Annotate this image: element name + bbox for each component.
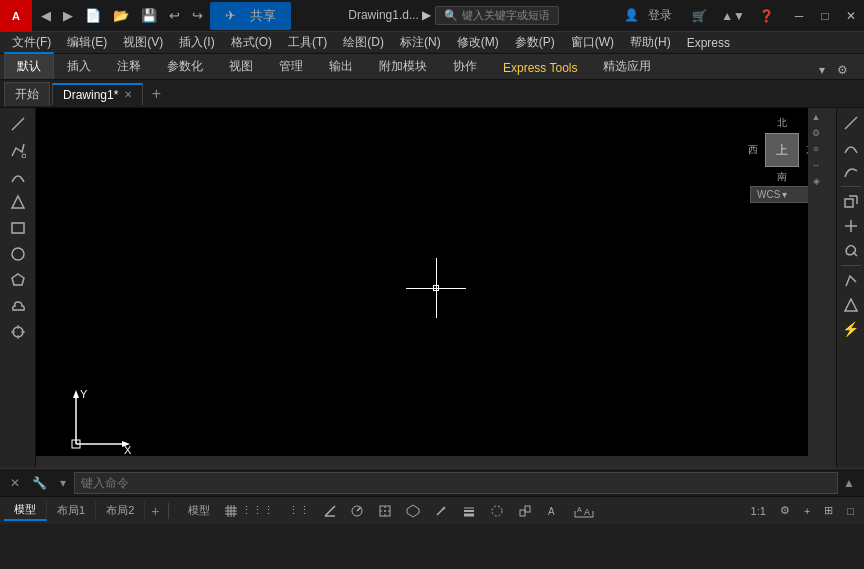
status-dynamic[interactable] <box>428 502 454 520</box>
status-settings-gear[interactable]: ⚙ <box>774 502 796 519</box>
menu-modify[interactable]: 修改(M) <box>449 32 507 53</box>
status-grid[interactable]: ⋮⋮⋮ <box>218 502 280 520</box>
horizontal-scrollbar[interactable] <box>36 456 824 468</box>
status-fullscreen[interactable]: □ <box>841 503 860 519</box>
tab-manage[interactable]: 管理 <box>266 52 316 79</box>
status-lineweight[interactable] <box>456 502 482 520</box>
menu-insert[interactable]: 插入(I) <box>171 32 222 53</box>
tab-default[interactable]: 默认 <box>4 52 54 79</box>
wcs-dropdown[interactable]: ▾ <box>782 189 787 200</box>
tab-express-tools[interactable]: Express Tools <box>490 55 590 79</box>
status-ortho[interactable] <box>318 503 342 519</box>
quick-access-back[interactable]: ◀ <box>36 6 56 25</box>
title-more[interactable]: 🛒 <box>686 7 713 25</box>
status-model[interactable]: 模型 <box>182 501 216 520</box>
tab-featured[interactable]: 精选应用 <box>590 52 664 79</box>
ribbon-settings[interactable]: ⚙ <box>833 61 852 79</box>
status-transparency[interactable] <box>484 502 510 520</box>
status-polar[interactable] <box>344 502 370 520</box>
menu-edit[interactable]: 编辑(E) <box>59 32 115 53</box>
quick-access-forward[interactable]: ▶ <box>58 6 78 25</box>
rt-tool-3[interactable] <box>839 160 863 182</box>
drawing1-tab[interactable]: Drawing1* ✕ <box>52 83 143 105</box>
menu-format[interactable]: 格式(O) <box>223 32 280 53</box>
menu-express[interactable]: Express <box>679 34 738 52</box>
rt-tool-4[interactable] <box>839 191 863 213</box>
tool-polygon[interactable] <box>3 268 33 292</box>
cmd-close-btn[interactable]: ✕ <box>4 472 26 494</box>
rt-tool-lightning[interactable]: ⚡ <box>839 318 863 340</box>
vertical-scrollbar[interactable] <box>824 108 836 468</box>
ribbon-expand[interactable]: ▾ <box>815 61 829 79</box>
add-drawing-tab[interactable]: + <box>145 83 167 105</box>
restore-button[interactable]: □ <box>812 0 838 32</box>
tab-parametric[interactable]: 参数化 <box>154 52 216 79</box>
tab-model[interactable]: 模型 <box>4 500 47 521</box>
menu-file[interactable]: 文件(F) <box>4 32 59 53</box>
panel-btn-5[interactable]: ◈ <box>809 174 823 188</box>
cmd-wrench-btn[interactable]: 🔧 <box>28 472 50 494</box>
tool-polyline[interactable] <box>3 138 33 162</box>
close-button[interactable]: ✕ <box>838 0 864 32</box>
drawing1-tab-close[interactable]: ✕ <box>124 89 132 100</box>
tool-circle[interactable] <box>3 242 33 266</box>
status-annotation[interactable]: A <box>540 502 566 520</box>
tool-triangle[interactable] <box>3 190 33 214</box>
canvas-area[interactable]: 北 南 西 东 上 WCS ▾ Y <box>36 108 836 468</box>
panel-btn-4[interactable]: ↔ <box>809 158 823 172</box>
tool-rectangle[interactable] <box>3 216 33 240</box>
tab-view[interactable]: 视图 <box>216 52 266 79</box>
tab-insert[interactable]: 插入 <box>54 52 104 79</box>
start-tab[interactable]: 开始 <box>4 82 50 106</box>
tool-cloud[interactable] <box>3 294 33 318</box>
menu-tools[interactable]: 工具(T) <box>280 32 335 53</box>
tool-crosshair[interactable] <box>3 320 33 344</box>
title-tools[interactable]: ▲▼ <box>715 7 751 25</box>
help-button[interactable]: ❓ <box>753 7 780 25</box>
tool-line[interactable] <box>3 112 33 136</box>
minimize-button[interactable]: ─ <box>786 0 812 32</box>
quick-access-save[interactable]: 💾 <box>136 6 162 25</box>
panel-btn-1[interactable]: ▲ <box>809 110 823 124</box>
quick-access-new[interactable]: 📄 <box>80 6 106 25</box>
panel-btn-3[interactable]: ≡ <box>809 142 823 156</box>
tab-collaborate[interactable]: 协作 <box>440 52 490 79</box>
status-selection[interactable] <box>512 502 538 520</box>
rt-tool-8[interactable] <box>839 294 863 316</box>
tab-layout1[interactable]: 布局1 <box>47 501 96 520</box>
share-button[interactable]: ✈ 共享 <box>210 2 291 30</box>
status-scale[interactable]: 1:1 <box>745 503 772 519</box>
tab-annotate[interactable]: 注释 <box>104 52 154 79</box>
status-3d[interactable] <box>400 502 426 520</box>
command-input[interactable] <box>74 472 838 494</box>
status-add[interactable]: + <box>798 503 816 519</box>
menu-window[interactable]: 窗口(W) <box>563 32 622 53</box>
tool-arc[interactable] <box>3 164 33 188</box>
menu-draw[interactable]: 绘图(D) <box>335 32 392 53</box>
status-grid-view[interactable]: ⊞ <box>818 502 839 519</box>
command-expand[interactable]: ▲ <box>838 472 860 494</box>
quick-access-undo[interactable]: ↩ <box>164 6 185 25</box>
tab-addons[interactable]: 附加模块 <box>366 52 440 79</box>
tab-layout2[interactable]: 布局2 <box>96 501 145 520</box>
add-layout-btn[interactable]: + <box>145 501 165 521</box>
status-osnap[interactable] <box>372 502 398 520</box>
viewcube-face[interactable]: 上 <box>765 133 799 167</box>
rt-tool-6[interactable] <box>839 239 863 261</box>
tab-output[interactable]: 输出 <box>316 52 366 79</box>
menu-params[interactable]: 参数(P) <box>507 32 563 53</box>
status-annotation-scale[interactable]: AA <box>568 502 600 520</box>
menu-dimension[interactable]: 标注(N) <box>392 32 449 53</box>
rt-tool-1[interactable] <box>839 112 863 134</box>
cmd-folder-btn[interactable]: ▾ <box>52 472 74 494</box>
rt-tool-2[interactable] <box>839 136 863 158</box>
rt-tool-7[interactable] <box>839 270 863 292</box>
rt-tool-5[interactable] <box>839 215 863 237</box>
quick-access-redo[interactable]: ↪ <box>187 6 208 25</box>
quick-access-open[interactable]: 📂 <box>108 6 134 25</box>
status-snap[interactable]: ⋮⋮ <box>282 502 316 519</box>
menu-view[interactable]: 视图(V) <box>115 32 171 53</box>
login-button[interactable]: 👤 登录 <box>618 5 684 26</box>
panel-btn-2[interactable]: ⚙ <box>809 126 823 140</box>
menu-help[interactable]: 帮助(H) <box>622 32 679 53</box>
